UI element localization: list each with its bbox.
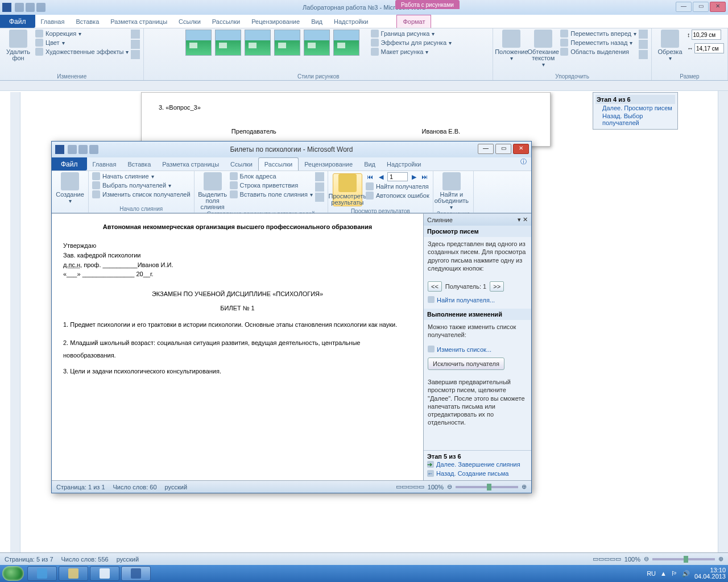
edit-list-link[interactable]: Изменить список...: [428, 344, 527, 355]
tab-layout[interactable]: Разметка страницы: [105, 15, 173, 28]
record-number-input[interactable]: [387, 172, 408, 181]
page-indicator[interactable]: Страница: 5 из 7: [5, 556, 53, 563]
reset-picture-icon[interactable]: [131, 50, 140, 59]
close-button[interactable]: ✕: [710, 2, 726, 12]
view-buttons[interactable]: ▭▭▭▭▭: [593, 555, 621, 563]
style-thumb[interactable]: [215, 30, 241, 56]
inner-file-tab[interactable]: Файл: [52, 157, 87, 171]
tray-network-icon[interactable]: 🏳: [671, 570, 677, 577]
inner-minimize-button[interactable]: —: [478, 144, 494, 154]
group-icon[interactable]: [639, 40, 648, 49]
save-icon[interactable]: [15, 3, 24, 12]
inner-qat[interactable]: [68, 145, 98, 154]
update-labels-icon[interactable]: [315, 193, 324, 202]
next-record-button[interactable]: ▶: [410, 172, 419, 181]
corrections-button[interactable]: Коррекция ▾: [35, 30, 129, 38]
vertical-scrollbar[interactable]: [718, 91, 728, 569]
inner-zoom-slider[interactable]: [456, 486, 518, 488]
tray-flag-icon[interactable]: ▲: [660, 570, 667, 577]
prev-recipient-button[interactable]: <<: [428, 281, 442, 292]
picture-styles-gallery[interactable]: [185, 30, 359, 56]
inner-close-button[interactable]: ✕: [513, 144, 529, 154]
inner-page-indicator[interactable]: Страница: 1 из 1: [56, 484, 105, 490]
inner-view-buttons[interactable]: ▭▭▭▭▭: [396, 483, 424, 490]
inner-language[interactable]: русский: [165, 484, 187, 490]
word-count[interactable]: Число слов: 556: [61, 556, 109, 563]
style-thumb[interactable]: [333, 30, 359, 56]
align-icon[interactable]: [639, 30, 648, 39]
wrap-text-button[interactable]: Обтекание текстом▾: [528, 30, 558, 68]
width-input[interactable]: ↔: [687, 43, 724, 53]
match-fields-icon[interactable]: [315, 182, 324, 192]
tab-view[interactable]: Вид: [305, 15, 328, 28]
clock[interactable]: 13:1004.04.2013: [694, 567, 726, 580]
file-tab[interactable]: Файл: [0, 15, 35, 28]
inner-tab-insert[interactable]: Вставка: [122, 157, 156, 171]
inner-document[interactable]: Автономная некоммерческая организация вы…: [52, 214, 423, 480]
next-recipient-button[interactable]: >>: [490, 281, 504, 292]
tab-home[interactable]: Главная: [35, 15, 71, 28]
zoom-slider[interactable]: [652, 558, 715, 560]
inner-word-count[interactable]: Число слов: 60: [113, 484, 157, 490]
lang-indicator[interactable]: RU: [647, 570, 656, 577]
tab-references[interactable]: Ссылки: [173, 15, 206, 28]
help-icon[interactable]: ⓘ: [516, 157, 531, 171]
ruler-vertical[interactable]: [10, 92, 20, 569]
style-thumb[interactable]: [304, 30, 330, 56]
inner-zoom-out[interactable]: ⊖: [447, 483, 452, 490]
edit-recipient-list-button[interactable]: Изменить список получателей: [92, 190, 191, 198]
bg-back-link[interactable]: Назад. Выбор получателей: [595, 112, 675, 127]
pane-title[interactable]: Слияние▾ ✕: [424, 214, 531, 226]
auto-check-errors-button[interactable]: Автопоиск ошибок: [366, 192, 429, 199]
find-recipient-link[interactable]: Найти получателя...: [428, 295, 527, 305]
taskbar-app[interactable]: [90, 566, 119, 581]
zoom-out-button[interactable]: ⊖: [644, 555, 649, 563]
create-envelopes-button[interactable]: Создание▾: [55, 172, 85, 204]
start-button[interactable]: [2, 566, 24, 581]
redo-icon[interactable]: [89, 145, 98, 154]
greeting-line-button[interactable]: Строка приветствия: [230, 181, 313, 189]
last-record-button[interactable]: ⏭: [420, 172, 429, 181]
quick-access-toolbar[interactable]: [15, 3, 46, 12]
select-recipients-button[interactable]: Выбрать получателей ▾: [92, 181, 191, 189]
maximize-button[interactable]: ▭: [693, 2, 709, 12]
send-backward-button[interactable]: Переместить назад ▾: [560, 39, 636, 47]
picture-effects-button[interactable]: Эффекты для рисунка ▾: [371, 39, 452, 47]
inner-zoom-in[interactable]: ⊕: [522, 483, 527, 490]
taskbar-ie[interactable]: [27, 566, 57, 581]
picture-layout-button[interactable]: Макет рисунка ▾: [371, 48, 452, 56]
crop-button[interactable]: Обрезка▾: [655, 30, 685, 61]
tab-format[interactable]: Формат: [396, 15, 431, 28]
prev-record-button[interactable]: ◀: [377, 172, 386, 181]
highlight-fields-button[interactable]: Выделить поля слияния: [198, 172, 228, 210]
finish-merge-button[interactable]: Найти и объединить▾: [437, 172, 466, 210]
start-merge-button[interactable]: Начать слияние ▾: [92, 172, 191, 180]
compress-icon[interactable]: [131, 30, 140, 39]
zoom-in-button[interactable]: ⊕: [718, 555, 723, 563]
tab-insert[interactable]: Вставка: [70, 15, 105, 28]
style-thumb[interactable]: [245, 30, 271, 56]
inner-maximize-button[interactable]: ▭: [495, 144, 511, 154]
inner-tab-references[interactable]: Ссылки: [225, 157, 258, 171]
redo-icon[interactable]: [36, 3, 46, 12]
undo-icon[interactable]: [78, 145, 88, 154]
preview-results-button[interactable]: Просмотреть результаты: [333, 173, 362, 206]
position-button[interactable]: Положение▾: [497, 30, 526, 61]
tab-addins[interactable]: Надстройки: [328, 15, 374, 28]
tab-review[interactable]: Рецензирование: [246, 15, 305, 28]
save-icon[interactable]: [68, 145, 77, 154]
rules-icon[interactable]: [315, 172, 324, 181]
language-indicator[interactable]: русский: [117, 556, 139, 563]
system-tray[interactable]: RU ▲ 🏳 🔊 13:1004.04.2013: [647, 567, 726, 580]
address-block-button[interactable]: Блок адреса: [230, 172, 313, 180]
exclude-recipient-button[interactable]: Исключить получателя: [428, 357, 504, 370]
inner-titlebar[interactable]: Билеты по психологии - Microsoft Word — …: [52, 142, 531, 157]
first-record-button[interactable]: ⏮: [366, 172, 375, 181]
pane-close-icon[interactable]: ▾ ✕: [518, 216, 528, 223]
remove-background-button[interactable]: Удалить фон: [3, 30, 33, 61]
inner-tab-home[interactable]: Главная: [87, 157, 122, 171]
taskbar-explorer[interactable]: [59, 566, 88, 581]
taskbar[interactable]: RU ▲ 🏳 🔊 13:1004.04.2013: [0, 565, 728, 582]
find-recipient-button[interactable]: Найти получателя: [366, 182, 429, 190]
undo-icon[interactable]: [26, 3, 35, 12]
